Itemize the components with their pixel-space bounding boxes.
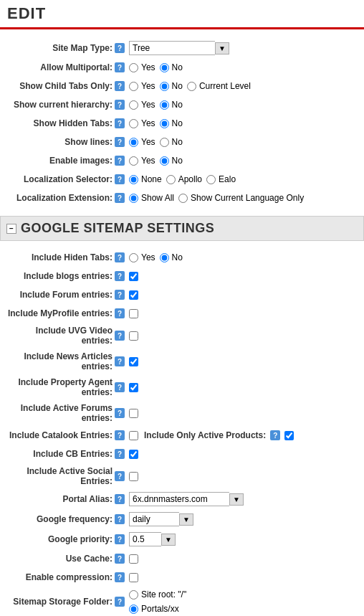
portal-alias-info-icon[interactable]: ? (115, 494, 125, 504)
show-child-tabs-yes-radio[interactable] (129, 82, 138, 91)
allow-multiportal-no-radio[interactable] (160, 63, 169, 72)
show-current-hierarchy-yes-radio[interactable] (129, 100, 138, 110)
google-frequency-info-icon[interactable]: ? (115, 514, 125, 524)
portal-alias-select[interactable]: ▼ (129, 492, 244, 506)
allow-multiportal-yes-radio[interactable] (129, 63, 138, 72)
include-property-agent-info-icon[interactable]: ? (115, 382, 125, 392)
site-map-type-input[interactable] (129, 41, 215, 55)
show-child-tabs-yes-label[interactable]: Yes (129, 81, 155, 91)
show-current-hierarchy-yes-label[interactable]: Yes (129, 100, 155, 110)
allow-multiportal-info-icon[interactable]: ? (115, 62, 125, 72)
site-map-type-dropdown-btn[interactable]: ▼ (215, 42, 229, 55)
include-hidden-tabs-label: Include Hiden Tabs: ? (7, 252, 129, 262)
allow-multiportal-yes-label[interactable]: Yes (129, 62, 155, 72)
localization-ealo-radio[interactable] (206, 175, 216, 184)
include-uvg-video-info-icon[interactable]: ? (115, 331, 125, 341)
enable-images-info-icon[interactable]: ? (115, 156, 125, 166)
show-lines-info-icon[interactable]: ? (115, 137, 125, 147)
show-hidden-tabs-no-radio[interactable] (160, 119, 169, 128)
include-forum-info-icon[interactable]: ? (115, 290, 125, 300)
localization-extension-info-icon[interactable]: ? (115, 193, 125, 203)
portal-alias-dropdown-btn[interactable]: ▼ (229, 493, 244, 506)
sitemap-storage-folder-info-icon[interactable]: ? (115, 597, 125, 607)
use-cache-info-icon[interactable]: ? (115, 554, 125, 564)
site-map-type-info-icon[interactable]: ? (115, 43, 125, 53)
show-child-tabs-info-icon[interactable]: ? (115, 81, 125, 91)
show-current-hierarchy-info-icon[interactable]: ? (115, 100, 125, 110)
localization-show-all-radio[interactable] (129, 194, 138, 203)
include-blogs-info-icon[interactable]: ? (115, 271, 125, 281)
use-cache-checkbox[interactable] (129, 554, 138, 564)
show-lines-yes-radio[interactable] (129, 138, 138, 147)
google-priority-dropdown-btn[interactable]: ▼ (161, 534, 176, 546)
localization-none-label[interactable]: None (129, 174, 162, 184)
include-myprofile-checkbox[interactable] (129, 309, 138, 318)
include-news-articles-checkbox[interactable] (129, 357, 138, 366)
localization-show-current-label[interactable]: Show Current Language Only (178, 193, 304, 203)
enable-images-yes-label[interactable]: Yes (129, 156, 155, 166)
localization-apollo-label[interactable]: Apollo (166, 174, 202, 184)
show-lines-yes-label[interactable]: Yes (129, 137, 155, 147)
show-hidden-tabs-no-label[interactable]: No (160, 118, 183, 128)
show-lines-no-radio[interactable] (160, 138, 169, 147)
site-root-radio[interactable] (129, 590, 138, 600)
google-priority-info-icon[interactable]: ? (115, 534, 125, 544)
include-hidden-tabs-yes-radio[interactable] (129, 253, 138, 262)
localization-apollo-radio[interactable] (166, 175, 176, 184)
include-hidden-tabs-no-radio[interactable] (160, 253, 169, 262)
include-forum-checkbox[interactable] (129, 290, 138, 300)
enable-images-no-radio[interactable] (160, 156, 169, 166)
google-priority-input[interactable] (129, 532, 161, 546)
show-current-hierarchy-no-radio[interactable] (160, 100, 169, 110)
include-news-articles-info-icon[interactable]: ? (115, 356, 125, 366)
include-blogs-checkbox[interactable] (129, 272, 138, 281)
show-child-tabs-current-level-radio[interactable] (187, 82, 196, 91)
portals-xx-radio[interactable] (129, 605, 138, 614)
enable-images-no-label[interactable]: No (160, 156, 183, 166)
allow-multiportal-no-label[interactable]: No (160, 62, 183, 72)
include-uvg-video-checkbox[interactable] (129, 331, 138, 341)
google-frequency-select[interactable]: ▼ (129, 512, 193, 526)
google-frequency-dropdown-btn[interactable]: ▼ (179, 513, 193, 526)
include-active-social-info-icon[interactable]: ? (115, 471, 125, 481)
site-map-type-select[interactable]: ▼ (129, 41, 229, 55)
include-cb-entries-checkbox[interactable] (129, 450, 138, 459)
localization-ealo-label[interactable]: Ealo (206, 174, 236, 184)
show-child-tabs-current-level-label[interactable]: Current Level (187, 81, 251, 91)
include-catalook-checkbox[interactable] (129, 431, 138, 440)
portal-alias-input[interactable] (129, 492, 229, 506)
localization-show-all-label[interactable]: Show All (129, 193, 174, 203)
include-only-active-products-info-icon[interactable]: ? (270, 430, 280, 440)
localization-selector-info-icon[interactable]: ? (115, 174, 125, 184)
include-hidden-tabs-info-icon[interactable]: ? (115, 252, 125, 262)
localization-none-radio[interactable] (129, 175, 138, 184)
portals-xx-label[interactable]: Portals/xx (129, 604, 179, 614)
include-property-agent-checkbox[interactable] (129, 383, 138, 392)
enable-compression-checkbox[interactable] (129, 573, 138, 582)
include-active-forums-checkbox[interactable] (129, 409, 138, 418)
google-sitemap-title: GOOGLE SITEMAP SETTINGS (21, 221, 214, 236)
include-active-social-checkbox[interactable] (129, 472, 138, 481)
include-only-active-products-checkbox[interactable] (284, 431, 294, 440)
show-current-hierarchy-no-label[interactable]: No (160, 100, 183, 110)
show-child-tabs-no-radio[interactable] (160, 82, 169, 91)
include-hidden-tabs-yes-label[interactable]: Yes (129, 252, 155, 262)
section-toggle-icon[interactable]: − (6, 224, 16, 234)
show-lines-no-label[interactable]: No (160, 137, 183, 147)
include-catalook-info-icon[interactable]: ? (115, 430, 125, 440)
site-root-label[interactable]: Site root: "/" (129, 589, 186, 600)
enable-compression-info-icon[interactable]: ? (115, 572, 125, 582)
show-child-tabs-no-label[interactable]: No (160, 81, 183, 91)
show-hidden-tabs-yes-label[interactable]: Yes (129, 118, 155, 128)
include-hidden-tabs-no-label[interactable]: No (160, 252, 183, 262)
include-myprofile-info-icon[interactable]: ? (115, 308, 125, 318)
include-active-forums-info-icon[interactable]: ? (115, 408, 125, 418)
show-hidden-tabs-info-icon[interactable]: ? (115, 118, 125, 128)
show-hidden-tabs-yes-radio[interactable] (129, 119, 138, 128)
google-frequency-input[interactable] (129, 512, 179, 526)
enable-images-yes-radio[interactable] (129, 156, 138, 166)
localization-show-current-radio[interactable] (178, 194, 188, 203)
show-hidden-tabs-row: Show Hidden Tabs: ? Yes No (7, 114, 357, 133)
include-cb-entries-info-icon[interactable]: ? (115, 449, 125, 459)
google-priority-select[interactable]: ▼ (129, 532, 176, 546)
